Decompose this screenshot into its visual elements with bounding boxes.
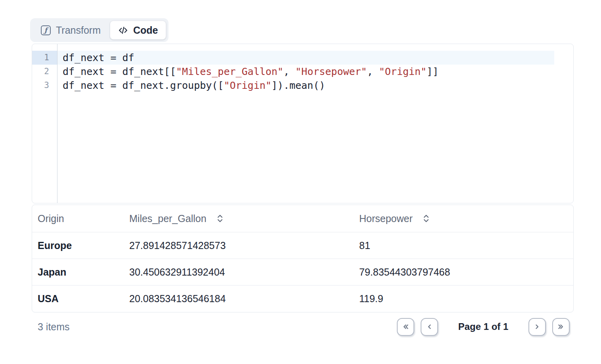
code-token: df_next = df_next.groupby([ [63, 80, 224, 91]
tab-transform-label: Transform [56, 24, 101, 36]
code-token: ]).mean() [272, 80, 325, 91]
column-header-label: Horsepower [359, 213, 413, 224]
chevron-right-icon [532, 322, 542, 331]
last-page-button[interactable] [552, 318, 570, 336]
code-token: , [283, 66, 295, 77]
items-count: 3 items [38, 321, 70, 333]
code-token-string: "Origin" [224, 80, 271, 91]
code-token-string: "Miles_per_Gallon" [176, 66, 283, 77]
next-page-button[interactable] [528, 318, 546, 336]
code-token-string: "Horsepower" [295, 66, 367, 77]
result-table: Origin Miles_per_Gallon Horsepower [32, 205, 574, 312]
code-icon [118, 25, 128, 35]
code-token: , [367, 66, 379, 77]
table-row: USA 20.083534136546184 119.9 [32, 285, 573, 312]
code-content[interactable]: df_next = dfdf_next = df_next[["Miles_pe… [57, 44, 573, 203]
line-number: 3 [32, 79, 57, 92]
line-number: 2 [32, 65, 57, 79]
code-line[interactable]: df_next = df_next[["Miles_per_Gallon", "… [57, 65, 554, 79]
cell-miles-per-gallon: 30.450632911392404 [129, 266, 359, 278]
chevron-left-icon [425, 322, 434, 331]
column-header-label: Miles_per_Gallon [129, 213, 207, 224]
cell-miles-per-gallon: 27.891428571428573 [129, 240, 359, 251]
cell-horsepower: 81 [359, 240, 573, 251]
cell-origin: USA [38, 293, 129, 305]
tab-code-label: Code [133, 24, 158, 36]
double-chevron-right-icon [556, 322, 566, 331]
cell-horsepower: 119.9 [359, 293, 573, 305]
line-number-gutter: 123 [32, 44, 57, 203]
table-row: Europe 27.891428571428573 81 [32, 232, 573, 259]
code-line[interactable]: df_next = df [57, 51, 554, 65]
column-header-label: Origin [38, 213, 64, 224]
line-number: 1 [32, 51, 57, 65]
first-page-button[interactable] [397, 318, 414, 336]
previous-page-button[interactable] [421, 318, 438, 336]
tab-code[interactable]: Code [110, 21, 167, 40]
function-icon: ƒ [41, 25, 51, 35]
double-chevron-left-icon [401, 322, 410, 331]
code-token: df_next = df_next[[ [63, 66, 176, 77]
code-token: ]] [427, 66, 438, 77]
code-token: df_next = df [63, 52, 134, 63]
sort-updown-icon[interactable] [216, 214, 224, 223]
table-footer: 3 items Page 1 of 1 [32, 316, 574, 337]
table-header-row: Origin Miles_per_Gallon Horsepower [32, 205, 573, 232]
pagination: Page 1 of 1 [397, 318, 570, 336]
code-token-string: "Origin" [379, 66, 427, 77]
code-editor-panel[interactable]: 123 df_next = dfdf_next = df_next[["Mile… [32, 44, 574, 203]
cell-horsepower: 79.83544303797468 [359, 266, 573, 278]
column-header-horsepower[interactable]: Horsepower [359, 213, 573, 224]
tab-transform[interactable]: ƒ Transform [33, 21, 109, 40]
cell-miles-per-gallon: 20.083534136546184 [129, 293, 359, 305]
page-indicator: Page 1 of 1 [444, 321, 522, 332]
column-header-origin: Origin [38, 213, 129, 224]
view-tabbar: ƒ Transform Code [30, 18, 168, 42]
cell-origin: Japan [38, 266, 129, 278]
table-row: Japan 30.450632911392404 79.835443037974… [32, 259, 573, 285]
sort-updown-icon[interactable] [422, 214, 430, 223]
code-line[interactable]: df_next = df_next.groupby(["Origin"]).me… [57, 79, 554, 92]
transform-code-view: ƒ Transform Code 123 df_next = dfdf_next… [0, 0, 601, 364]
cell-origin: Europe [38, 240, 129, 251]
column-header-miles-per-gallon[interactable]: Miles_per_Gallon [129, 213, 359, 224]
